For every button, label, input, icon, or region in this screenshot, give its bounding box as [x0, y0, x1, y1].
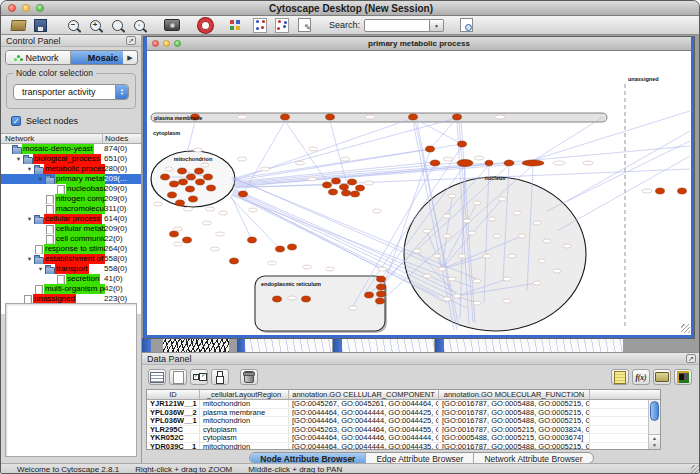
cell-molecular-function: [GO:0016787, GO:0005488, GO:0005215, G..…	[439, 443, 590, 450]
background-window-fragment	[237, 338, 245, 352]
zoom-fit-button[interactable]	[106, 17, 128, 34]
column-header-id[interactable]: ID	[147, 390, 200, 399]
table-row[interactable]: YPL036W__2 plasma membrane [GO:0044464, …	[147, 409, 648, 418]
tree-row[interactable]: cellular metabo 209(0)	[1, 224, 141, 234]
attribute-matrix-button[interactable]	[674, 369, 692, 385]
tree-row[interactable]: ▼ primary metabol 209(...	[1, 174, 141, 184]
tree-label: nitrogen compo	[55, 194, 105, 204]
scrollbar-thumb[interactable]	[650, 401, 659, 421]
tree-node-icon	[34, 285, 44, 294]
expander-icon[interactable]: ▼	[25, 214, 34, 224]
tree-label: metabolic process	[44, 164, 105, 174]
search-label: Search:	[329, 20, 360, 30]
background-window-fragment	[142, 338, 151, 352]
import-attributes-button[interactable]	[653, 369, 671, 385]
node-color-select[interactable]: transporter activity	[13, 84, 129, 100]
snapshot-button[interactable]	[161, 17, 183, 34]
tree-column-network[interactable]: Network	[1, 134, 103, 143]
expander-icon[interactable]: ▼	[14, 154, 23, 164]
open-session-button[interactable]	[7, 17, 29, 34]
table-row[interactable]: YJR121W__1 mitochondrion [GO:0045267, GO…	[147, 400, 648, 409]
cell-molecular-function: [GO:0016787, GO:0005488, GO:0005215, G..…	[439, 409, 590, 417]
table-scrollbar[interactable]: ▲▼	[648, 400, 660, 449]
float-panel-icon[interactable]	[126, 36, 136, 45]
create-attribute-button[interactable]	[169, 369, 187, 385]
tree-label: multi-organism pro	[44, 284, 105, 294]
tree-row[interactable]: secretion 41(0)	[1, 274, 141, 284]
select-nodes-checkbox[interactable]	[11, 116, 21, 126]
tree-row[interactable]: macromolecule 311(0)	[1, 204, 141, 214]
zoom-out-button[interactable]	[62, 17, 84, 34]
tree-label: macromolecule	[55, 204, 105, 214]
tab-overflow-button[interactable]: ▶	[123, 51, 137, 64]
endoplasmic-reticulum-label: endoplasmic reticulum	[261, 281, 321, 287]
expander-icon[interactable]: ▼	[36, 174, 45, 184]
scrollbar-arrows[interactable]: ▲▼	[649, 434, 660, 449]
cytoscape-window: Cytoscape Desktop (New Session) Search: …	[0, 0, 700, 474]
column-header-molecular-function[interactable]: annotation.GO MOLECULAR_FUNCTION	[439, 390, 590, 399]
tree-row[interactable]: cell communicat 22(0)	[1, 234, 141, 244]
zoom-in-button[interactable]	[84, 17, 106, 34]
select-nodes-label: Select nodes	[26, 116, 78, 126]
background-window-fragment	[163, 338, 229, 352]
tree-node-icon	[34, 165, 44, 174]
column-header-cellular-component[interactable]: annotation.GO CELLULAR_COMPONENT	[289, 390, 439, 399]
function-builder-button[interactable]	[632, 369, 650, 385]
network-canvas[interactable]: plasma membrane cytoplasm mitochondrion …	[147, 51, 691, 334]
delete-attribute-button[interactable]	[240, 369, 258, 385]
tree-row[interactable]: ▼ metabolic process 280(0)	[1, 164, 141, 174]
select-all-attributes-button[interactable]	[190, 369, 208, 385]
table-row[interactable]: YDR039C__1 mitochondrion [GO:0044464, GO…	[147, 443, 648, 450]
cell-molecular-function: [GO:0016787, GO:0005215, GO:0003824, G..…	[439, 426, 590, 434]
control-panel-title: Control Panel	[6, 36, 61, 46]
tree-row[interactable]: response to stimulu 264(0)	[1, 244, 141, 254]
background-window-fragment	[342, 338, 434, 352]
unselect-all-attributes-button[interactable]	[211, 369, 229, 385]
tree-row[interactable]: ▼ transport 558(0)	[1, 264, 141, 274]
tree-row[interactable]: ▼ cellular process 614(0)	[1, 214, 141, 224]
table-row[interactable]: YLR295C cytoplasm [GO:0045263, GO:004446…	[147, 426, 648, 435]
table-row[interactable]: YPL036W__1 mitochondrion [GO:0044464, GO…	[147, 417, 648, 426]
search-dropdown-icon[interactable]: ▼	[430, 19, 444, 32]
birdseye-view[interactable]	[5, 303, 137, 457]
tab-node-attribute-browser[interactable]: Node Attribute Browser	[250, 453, 366, 463]
expander-icon[interactable]: ▼	[25, 164, 34, 174]
plasma-membrane-region[interactable]	[151, 113, 607, 122]
tree-row[interactable]: ▼ establishment of lo 558(0)	[1, 254, 141, 264]
tree-row[interactable]: mosaic-demo-yeast 874(0)	[1, 144, 141, 154]
tree-row[interactable]: ▼ biological_process 651(0)	[1, 154, 141, 164]
float-panel-icon[interactable]	[686, 354, 696, 363]
cytoplasm-label: cytoplasm	[153, 130, 180, 136]
tree-column-nodes[interactable]: Nodes	[103, 134, 141, 143]
mitochondrion-label: mitochondrion	[174, 156, 213, 162]
annotation-button[interactable]	[293, 17, 315, 34]
layout-button-2[interactable]	[271, 17, 293, 34]
expander-icon[interactable]: ▼	[36, 264, 45, 274]
zoom-selected-button[interactable]	[128, 17, 150, 34]
network-window-titlebar[interactable]: primary metabolic process	[147, 37, 691, 51]
tree-row[interactable]: nucleobase- 209(0)	[1, 184, 141, 194]
attribute-batch-editor-button[interactable]	[611, 369, 629, 385]
nucleus-region[interactable]	[404, 177, 586, 331]
tab-network[interactable]: Network	[6, 51, 71, 64]
vizmapper-button[interactable]	[227, 17, 249, 34]
tree-node-icon	[34, 255, 44, 264]
select-attributes-button[interactable]	[148, 369, 166, 385]
cell-molecular-function: [GO:0005488, GO:0005215, GO:0003674]	[439, 434, 590, 442]
save-session-button[interactable]	[29, 17, 51, 34]
tree-row[interactable]: nitrogen compo 209(0)	[1, 194, 141, 204]
tab-edge-attribute-browser[interactable]: Edge Attribute Browser	[366, 453, 474, 463]
help-button[interactable]	[194, 17, 216, 34]
table-row[interactable]: YKR052C cytoplasm [GO:0044464, GO:004444…	[147, 434, 648, 443]
expander-icon[interactable]: ▼	[25, 254, 34, 264]
cell-region: mitochondrion	[200, 443, 289, 450]
search-input[interactable]	[364, 19, 430, 32]
tree-node-count: 209(0)	[104, 194, 127, 204]
layout-button-1[interactable]	[249, 17, 271, 34]
tree-label: response to stimulu	[44, 244, 105, 254]
column-header-region[interactable]: _cellularLayoutRegion	[200, 390, 289, 399]
tab-network-attribute-browser[interactable]: Network Attribute Browser	[474, 453, 592, 463]
tree-row[interactable]: multi-organism pro 42(0)	[1, 284, 141, 294]
select-stepper-icon[interactable]	[115, 85, 128, 99]
advanced-search-button[interactable]	[455, 17, 477, 34]
